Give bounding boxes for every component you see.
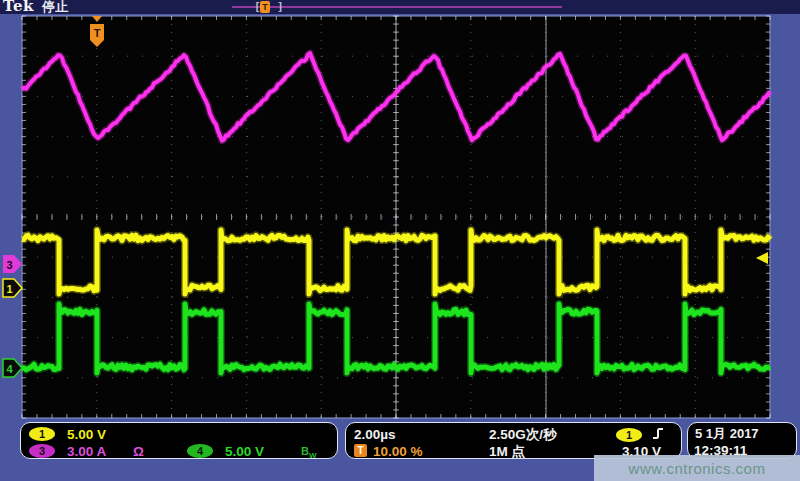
- horizontal-trigger-box: 2.00µs 2.50G次/秒 1 T 10.00 % 1M 点 3.10 V: [345, 422, 682, 459]
- acquisition-status: 停止: [42, 0, 68, 14]
- svg-text:1: 1: [6, 283, 12, 295]
- ch4-bandwidth-icon: BW: [301, 444, 317, 463]
- horizontal-position[interactable]: 10.00 %: [373, 444, 423, 459]
- sample-rate: 2.50G次/秒: [489, 427, 557, 442]
- tek-logo: Tek: [3, 0, 34, 15]
- top-status-bar: Tek 停止 [ T ]: [0, 0, 800, 14]
- trigger-slope-rising-icon: [650, 425, 666, 442]
- record-length: 1M 点: [489, 444, 525, 459]
- trigger-flag-letter: T: [94, 27, 101, 39]
- oscilloscope-ui: Tek 停止 [ T ] T 3 1 4 1 5: [0, 0, 800, 481]
- datetime-box[interactable]: 5 1月 2017 12:39:11: [687, 422, 797, 459]
- ch1-badge[interactable]: 1: [29, 427, 55, 441]
- svg-text:4: 4: [6, 363, 13, 375]
- ch3-scale: 3.00 A: [67, 444, 106, 459]
- trigger-source-badge[interactable]: 1: [616, 428, 642, 442]
- zoom-window-close-bracket: ]: [277, 0, 284, 13]
- record-trigger-position-icon: T: [260, 1, 270, 13]
- ch4-scale: 5.00 V: [225, 444, 264, 459]
- svg-text:3: 3: [6, 259, 12, 271]
- scope-display: T 3 1 4: [0, 0, 800, 420]
- ch3-badge[interactable]: 3: [29, 444, 55, 458]
- horizontal-scale[interactable]: 2.00µs: [354, 427, 396, 442]
- ch3-coupling: Ω: [133, 444, 144, 459]
- vertical-readouts-box: 1 5.00 V 3 3.00 A Ω 4 5.00 V BW: [20, 422, 338, 459]
- watermark-text: www.cntronics.com: [629, 460, 766, 477]
- ch4-badge[interactable]: 4: [187, 444, 213, 458]
- date-label: 5 1月 2017: [695, 426, 759, 441]
- ch1-scale: 5.00 V: [67, 427, 106, 442]
- watermark-panel: www.cntronics.com: [594, 455, 800, 481]
- horizontal-position-icon: T: [354, 444, 367, 457]
